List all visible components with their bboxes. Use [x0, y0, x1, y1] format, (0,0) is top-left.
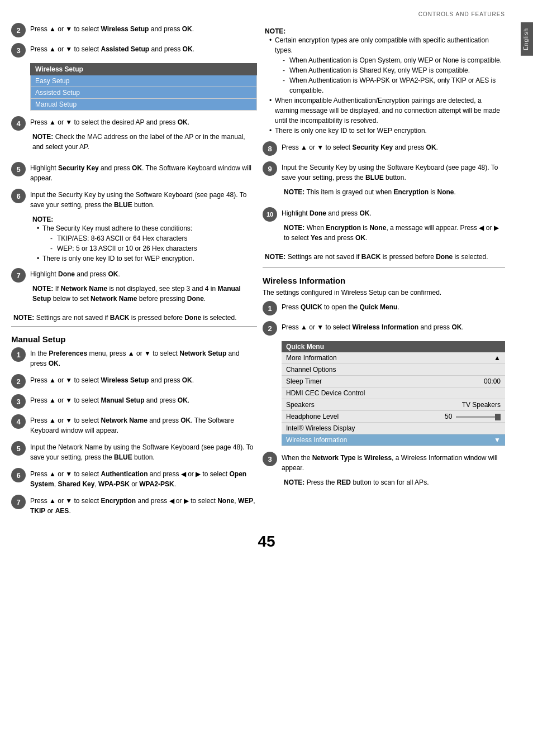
qm-hdmi-value [410, 387, 505, 399]
qm-speakers-value: TV Speakers [410, 399, 505, 411]
step-4-text: Press ▲ or ▼ to select the desired AP an… [30, 116, 257, 156]
menu-table: Wireless Setup Easy Setup Assisted Setup… [30, 63, 257, 111]
note-sub-1: TKIP/AES: 8-63 ASCII or 64 Hex character… [50, 233, 257, 243]
step-4: 4 Press ▲ or ▼ to select the desired AP … [11, 116, 257, 156]
step-num-8: 8 [263, 141, 277, 156]
ms-step-num-1: 1 [11, 347, 26, 362]
qm-row-sleep: Sleep Timer 00:00 [282, 376, 505, 387]
step-7-note: NOTE: If Network Name is not displayed, … [30, 284, 257, 304]
qm-row-channel: Channel Options [282, 364, 505, 376]
enc-note-2: When incompatible Authentication/Encrypt… [269, 95, 505, 126]
menu-row-easy-setup: Easy Setup [31, 75, 257, 87]
ms-step-6-text: Press ▲ or ▼ to select Authentication an… [30, 468, 257, 489]
step-num-4: 4 [11, 116, 26, 131]
ms-step-5: 5 Input the Network Name by using the So… [11, 441, 257, 462]
wi-step-3: 3 When the Network Type is Wireless, a W… [263, 452, 505, 492]
wi-step-1: 1 Press QUICK to open the Quick Menu. [263, 301, 505, 315]
qm-speakers-label: Speakers [282, 399, 410, 411]
qm-intel-label: Intel® Wireless Display [282, 423, 410, 434]
note-sub-2: WEP: 5 or 13 ASCII or 10 or 26 Hex chara… [50, 243, 257, 253]
qm-more-info-arrow: ▲ [410, 352, 505, 364]
qm-header-row: Quick Menu [282, 341, 505, 352]
wireless-info-desc: The settings configured in Wireless Setu… [263, 289, 505, 296]
ms-step-3-text: Press ▲ or ▼ to select Manual Setup and … [30, 394, 257, 405]
step-8-text: Press ▲ or ▼ to select Security Key and … [282, 141, 505, 152]
qm-row-intel: Intel® Wireless Display [282, 423, 505, 434]
sidebar-language-label: English [521, 22, 533, 56]
wi-step-num-3: 3 [263, 452, 277, 466]
qm-row-headphone: Headphone Level 50 [282, 411, 505, 423]
ms-step-6: 6 Press ▲ or ▼ to select Authentication … [11, 468, 257, 489]
qm-intel-value [410, 423, 505, 434]
qm-row-hdmi: HDMI CEC Device Control [282, 387, 505, 399]
qm-wireless-info-arrow: ▼ [410, 434, 505, 446]
wi-step-2-text: Press ▲ or ▼ to select Wireless Informat… [282, 321, 505, 332]
qm-header-value [410, 341, 505, 352]
menu-item-manual-setup: Manual Setup [31, 99, 257, 111]
menu-row-wireless-setup: Wireless Setup [31, 64, 257, 75]
quick-menu-container: Quick Menu More Information ▲ Channel Op… [282, 341, 505, 446]
slider-thumb [495, 414, 501, 420]
page-header: CONTROLS AND FEATURES [11, 11, 522, 17]
menu-item-easy-setup: Easy Setup [31, 75, 257, 87]
divider-2 [263, 267, 505, 268]
wi-step-3-text: When the Network Type is Wireless, a Wir… [282, 452, 505, 492]
page: CONTROLS AND FEATURES English 2 Press ▲ … [0, 0, 533, 756]
divider-1 [11, 326, 257, 327]
step-7-text: Highlight Done and press OK. NOTE: If Ne… [30, 268, 257, 308]
ms-step-2: 2 Press ▲ or ▼ to select Wireless Setup … [11, 374, 257, 389]
wi-step-3-note: NOTE: Press the RED button to scan for a… [282, 477, 505, 487]
ms-step-num-5: 5 [11, 441, 26, 456]
step-num-7: 7 [11, 268, 26, 283]
step-10-text: Highlight Done and press OK. NOTE: When … [282, 207, 505, 247]
enc-sub-1: When Authentication is Open System, only… [283, 55, 505, 65]
enc-note-3: There is only one key ID to set for WEP … [269, 126, 505, 136]
ms-step-num-3: 3 [11, 394, 26, 409]
note-bullet-2: There is only one key ID to set for WEP … [37, 253, 257, 264]
step-3-assisted: 3 Press ▲ or ▼ to select Assisted Setup … [11, 43, 257, 58]
page-number: 45 [11, 533, 522, 551]
step-9-note: NOTE: This item is grayed out when Encry… [282, 187, 505, 197]
step-9-text: Input the Security Key by using the Soft… [282, 161, 505, 202]
menu-item-wireless-setup: Wireless Setup [31, 64, 257, 75]
left-column: 2 Press ▲ or ▼ to select Wireless Setup … [11, 23, 257, 521]
qm-headphone-label: Headphone Level [282, 411, 410, 423]
ms-step-2-text: Press ▲ or ▼ to select Wireless Setup an… [30, 374, 257, 385]
step-7: 7 Highlight Done and press OK. NOTE: If … [11, 268, 257, 308]
step-8: 8 Press ▲ or ▼ to select Security Key an… [263, 141, 505, 156]
wi-step-1-text: Press QUICK to open the Quick Menu. [282, 301, 505, 312]
note-settings-not-saved-right: NOTE: Settings are not saved if BACK is … [263, 253, 505, 261]
ms-step-4: 4 Press ▲ or ▼ to select Network Name an… [11, 414, 257, 436]
note-security-key: NOTE: The Security Key must adhere to th… [30, 216, 257, 264]
step-2-text: Press ▲ or ▼ to select Wireless Setup an… [30, 23, 257, 34]
step-6-text: Input the Security Key by using the Soft… [30, 189, 257, 210]
ms-step-1-text: In the Preferences menu, press ▲ or ▼ to… [30, 347, 257, 369]
qm-header-label: Quick Menu [282, 341, 410, 352]
ms-step-num-2: 2 [11, 374, 26, 389]
note-encryption: NOTE: Certain encryption types are only … [263, 27, 505, 136]
menu-row-manual-setup: Manual Setup [31, 99, 257, 111]
step-num-10: 10 [263, 207, 277, 222]
main-content: 2 Press ▲ or ▼ to select Wireless Setup … [11, 23, 522, 521]
menu-row-assisted-setup: Assisted Setup [31, 87, 257, 99]
step-3-text: Press ▲ or ▼ to select Assisted Setup an… [30, 43, 257, 54]
qm-more-info-label: More Information [282, 352, 410, 364]
enc-sub-3: When Authentication is WPA-PSK or WPA2-P… [283, 75, 505, 95]
qm-hdmi-label: HDMI CEC Device Control [282, 387, 410, 399]
qm-row-speakers: Speakers TV Speakers [282, 399, 505, 411]
qm-channel-label: Channel Options [282, 364, 410, 376]
qm-sleep-value: 00:00 [410, 376, 505, 387]
qm-row-wireless-info: Wireless Information ▼ [282, 434, 505, 446]
enc-sub-2: When Authentication is Shared Key, only … [283, 65, 505, 75]
quick-menu-table: Quick Menu More Information ▲ Channel Op… [282, 341, 505, 446]
headphone-slider [456, 416, 501, 418]
step-5: 5 Highlight Security Key and press OK. T… [11, 162, 257, 183]
wi-step-num-2: 2 [263, 321, 277, 336]
ms-step-7-text: Press ▲ or ▼ to select Encryption and pr… [30, 495, 257, 516]
step-6: 6 Input the Security Key by using the So… [11, 189, 257, 210]
enc-note-1: Certain encryption types are only compat… [269, 35, 505, 95]
ms-step-3: 3 Press ▲ or ▼ to select Manual Setup an… [11, 394, 257, 409]
step-num-6: 6 [11, 189, 26, 203]
qm-channel-value [410, 364, 505, 376]
qm-sleep-label: Sleep Timer [282, 376, 410, 387]
